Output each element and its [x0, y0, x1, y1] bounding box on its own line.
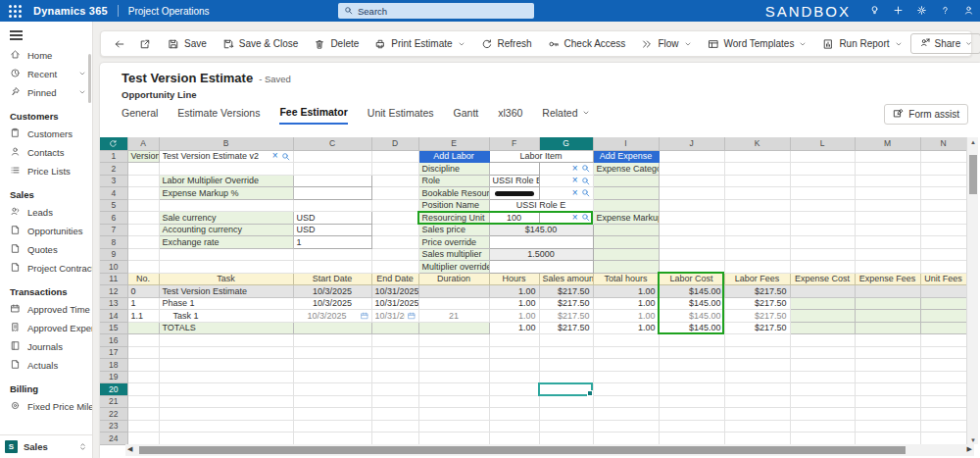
- sidebar-item-quotes[interactable]: Quotes: [0, 240, 92, 259]
- cell-G23[interactable]: [539, 420, 593, 433]
- cell-D21[interactable]: [371, 395, 418, 408]
- row-header-19[interactable]: 19: [100, 371, 127, 383]
- cell-L10[interactable]: [790, 261, 855, 274]
- waffle-icon[interactable]: [9, 5, 22, 18]
- cell-L23[interactable]: [790, 420, 855, 433]
- cell-G24[interactable]: [539, 433, 593, 445]
- cell-M13[interactable]: [855, 297, 920, 310]
- col-header-C[interactable]: C: [293, 137, 371, 150]
- cell-A5[interactable]: [127, 199, 159, 212]
- cell-E1[interactable]: Add Labor: [418, 150, 489, 163]
- cell-F3[interactable]: USSI Role E: [489, 175, 539, 187]
- cell-J9[interactable]: [659, 248, 724, 261]
- cell-C12[interactable]: 10/3/2025: [293, 285, 371, 298]
- cell-F23[interactable]: [489, 420, 539, 433]
- cell-L7[interactable]: [790, 224, 855, 236]
- cell-L8[interactable]: [790, 236, 855, 249]
- cell-A8[interactable]: [127, 236, 159, 249]
- cell-E20[interactable]: [418, 383, 489, 396]
- cell-B9[interactable]: [159, 248, 293, 261]
- cell-B20[interactable]: [159, 383, 293, 396]
- cell-G3[interactable]: ×: [539, 175, 593, 187]
- cell-K7[interactable]: [724, 224, 790, 236]
- row-header-5[interactable]: 5: [100, 199, 127, 212]
- cell-J5[interactable]: [659, 199, 724, 212]
- cmd-save-close[interactable]: Save & Close: [215, 31, 307, 56]
- row-header-24[interactable]: 24: [100, 433, 127, 445]
- cell-M12[interactable]: [855, 285, 920, 298]
- clear-icon[interactable]: ×: [572, 213, 578, 223]
- cell-A10[interactable]: [127, 261, 159, 274]
- calendar-icon[interactable]: [361, 312, 368, 320]
- row-header-13[interactable]: 13: [100, 297, 127, 310]
- cell-L2[interactable]: [790, 163, 855, 176]
- cell-G22[interactable]: [539, 408, 593, 421]
- cell-M15[interactable]: [855, 322, 920, 334]
- cell-N18[interactable]: [920, 359, 966, 372]
- cell-E19[interactable]: [418, 371, 489, 383]
- horizontal-scroll-thumb[interactable]: [139, 446, 906, 454]
- row-header-4[interactable]: 4: [100, 187, 127, 200]
- cell-C10[interactable]: [293, 261, 371, 274]
- cell-E22[interactable]: [418, 408, 489, 421]
- sidebar-item-approved-expenses[interactable]: Approved Expenses: [0, 319, 92, 337]
- row-header-1[interactable]: 1: [100, 150, 127, 163]
- plus-button[interactable]: [893, 2, 904, 20]
- cell-C7[interactable]: USD: [293, 224, 371, 236]
- cell-E2[interactable]: Discipline: [418, 163, 489, 176]
- cell-L6[interactable]: [790, 212, 855, 225]
- cell-K21[interactable]: [724, 395, 790, 408]
- sidebar-item-price-lists[interactable]: Price Lists: [0, 162, 92, 180]
- row-header-11[interactable]: 11: [100, 273, 127, 285]
- cell-J14[interactable]: $145.00: [659, 310, 724, 323]
- cell-C22[interactable]: [293, 408, 371, 421]
- cell-C21[interactable]: [293, 395, 371, 408]
- cell-C14[interactable]: 10/3/2025: [293, 310, 371, 323]
- lookup-icon[interactable]: [581, 177, 590, 185]
- row-header-3[interactable]: 3: [100, 175, 127, 187]
- cell-N15[interactable]: [920, 322, 966, 334]
- cell-L14[interactable]: [790, 310, 855, 323]
- cell-J15[interactable]: $145.00: [659, 322, 724, 334]
- cell-C20[interactable]: [293, 383, 371, 396]
- cell-N23[interactable]: [920, 420, 966, 433]
- cell-L20[interactable]: [790, 383, 855, 396]
- cell-C5[interactable]: [293, 199, 371, 212]
- cell-G20[interactable]: [539, 383, 593, 396]
- cell-J8[interactable]: [659, 236, 724, 249]
- row-header-20[interactable]: 20: [100, 383, 127, 396]
- cell-N1[interactable]: [920, 150, 966, 163]
- cell-I16[interactable]: [593, 334, 659, 347]
- cell-B8[interactable]: Exchange rate: [159, 236, 293, 249]
- vertical-scrollbar[interactable]: ▲ ▼: [966, 137, 978, 444]
- cell-L13[interactable]: [790, 297, 855, 310]
- cell-J21[interactable]: [659, 395, 724, 408]
- cell-I1[interactable]: Add Expense: [593, 150, 659, 163]
- cell-J20[interactable]: [659, 383, 724, 396]
- cell-J2[interactable]: [659, 163, 724, 176]
- share-button[interactable]: Share: [910, 33, 980, 54]
- cell-K17[interactable]: [724, 346, 790, 359]
- cell-K15[interactable]: $217.50: [724, 322, 790, 334]
- cell-E9[interactable]: Sales multiplier: [418, 248, 489, 261]
- cell-F10[interactable]: [489, 261, 593, 274]
- row-header-23[interactable]: 23: [100, 420, 127, 433]
- cell-G21[interactable]: [539, 395, 593, 408]
- cell-M11[interactable]: Expense Fees: [855, 273, 920, 285]
- cell-K8[interactable]: [724, 236, 790, 249]
- cell-B5[interactable]: [159, 199, 293, 212]
- cell-A23[interactable]: [127, 420, 159, 433]
- cell-E3[interactable]: Role: [418, 175, 489, 187]
- sidebar-item-approved-time[interactable]: Approved Time: [0, 300, 92, 319]
- cell-M14[interactable]: [855, 310, 920, 323]
- cell-C19[interactable]: [293, 371, 371, 383]
- clear-icon[interactable]: ×: [572, 188, 578, 198]
- cell-M21[interactable]: [855, 395, 920, 408]
- cell-K23[interactable]: [724, 420, 790, 433]
- cell-N14[interactable]: [920, 310, 966, 323]
- cell-G12[interactable]: $217.50: [539, 285, 593, 298]
- cell-A22[interactable]: [127, 408, 159, 421]
- horizontal-scrollbar[interactable]: ◀ ▶: [125, 444, 974, 456]
- cell-F8[interactable]: [489, 236, 593, 249]
- cell-C13[interactable]: 10/3/2025: [293, 297, 371, 310]
